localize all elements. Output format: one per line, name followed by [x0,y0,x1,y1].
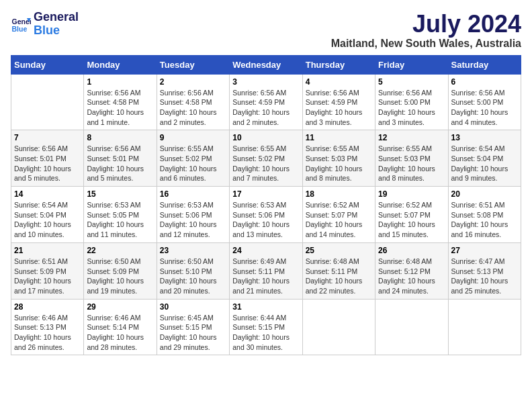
calendar-cell: 13Sunrise: 6:54 AMSunset: 5:04 PMDayligh… [448,130,521,187]
day-number: 11 [306,133,372,142]
day-info: Sunrise: 6:53 AMSunset: 5:06 PMDaylight:… [232,200,299,240]
logo: General Blue General Blue [11,11,79,38]
calendar-cell: 21Sunrise: 6:51 AMSunset: 5:09 PMDayligh… [11,242,84,299]
day-info: Sunrise: 6:53 AMSunset: 5:06 PMDaylight:… [160,200,226,240]
calendar-week-1: 1Sunrise: 6:56 AMSunset: 4:58 PMDaylight… [11,74,521,130]
day-info: Sunrise: 6:56 AMSunset: 4:58 PMDaylight:… [87,88,153,128]
day-info: Sunrise: 6:54 AMSunset: 5:04 PMDaylight:… [451,144,518,183]
calendar-cell: 4Sunrise: 6:56 AMSunset: 4:59 PMDaylight… [302,74,375,130]
day-number: 8 [87,133,153,142]
calendar-cell: 29Sunrise: 6:46 AMSunset: 5:14 PMDayligh… [84,299,157,355]
logo-general: General [34,11,79,24]
calendar-cell: 7Sunrise: 6:56 AMSunset: 5:01 PMDaylight… [11,130,84,187]
calendar-cell [375,299,448,355]
calendar-cell: 24Sunrise: 6:49 AMSunset: 5:11 PMDayligh… [230,242,302,299]
day-header-friday: Friday [375,55,448,74]
day-info: Sunrise: 6:48 AMSunset: 5:12 PMDaylight:… [378,257,445,296]
calendar-week-4: 21Sunrise: 6:51 AMSunset: 5:09 PMDayligh… [11,242,521,299]
day-info: Sunrise: 6:46 AMSunset: 5:14 PMDaylight:… [87,313,153,353]
day-number: 23 [160,246,226,255]
day-number: 27 [451,246,518,255]
day-number: 24 [232,246,299,255]
day-info: Sunrise: 6:56 AMSunset: 4:59 PMDaylight:… [232,88,299,128]
day-number: 22 [87,246,153,255]
day-info: Sunrise: 6:50 AMSunset: 5:10 PMDaylight:… [160,257,226,296]
month-year: July 2024 [331,11,521,38]
day-number: 14 [14,189,81,199]
day-info: Sunrise: 6:46 AMSunset: 5:13 PMDaylight:… [14,313,81,353]
calendar-cell: 10Sunrise: 6:55 AMSunset: 5:02 PMDayligh… [230,130,302,187]
day-number: 31 [232,302,299,312]
day-info: Sunrise: 6:51 AMSunset: 5:09 PMDaylight:… [14,257,81,296]
day-number: 28 [14,302,81,312]
day-header-saturday: Saturday [448,55,521,74]
day-info: Sunrise: 6:56 AMSunset: 4:59 PMDaylight:… [306,88,372,128]
day-number: 15 [87,189,153,199]
calendar-cell [448,299,521,355]
calendar-table: SundayMondayTuesdayWednesdayThursdayFrid… [11,55,521,356]
day-info: Sunrise: 6:48 AMSunset: 5:11 PMDaylight:… [306,257,372,296]
day-info: Sunrise: 6:55 AMSunset: 5:02 PMDaylight:… [232,144,299,183]
day-header-tuesday: Tuesday [157,55,229,74]
day-number: 20 [451,189,518,199]
calendar-cell: 8Sunrise: 6:56 AMSunset: 5:01 PMDaylight… [84,130,157,187]
day-number: 19 [378,189,445,199]
calendar-cell: 12Sunrise: 6:55 AMSunset: 5:03 PMDayligh… [375,130,448,187]
day-info: Sunrise: 6:56 AMSunset: 4:58 PMDaylight:… [160,88,226,128]
calendar-cell: 18Sunrise: 6:52 AMSunset: 5:07 PMDayligh… [302,187,375,243]
day-info: Sunrise: 6:55 AMSunset: 5:03 PMDaylight:… [306,144,372,183]
day-number: 17 [232,189,299,199]
day-info: Sunrise: 6:49 AMSunset: 5:11 PMDaylight:… [232,257,299,296]
calendar-cell: 15Sunrise: 6:53 AMSunset: 5:05 PMDayligh… [84,187,157,243]
day-number: 30 [160,302,226,312]
day-info: Sunrise: 6:51 AMSunset: 5:08 PMDaylight:… [451,200,518,240]
calendar-header-row: SundayMondayTuesdayWednesdayThursdayFrid… [11,55,521,74]
page-header: General Blue General Blue July 2024 Mait… [11,11,521,50]
day-info: Sunrise: 6:50 AMSunset: 5:09 PMDaylight:… [87,257,153,296]
calendar-cell: 30Sunrise: 6:45 AMSunset: 5:15 PMDayligh… [157,299,229,355]
calendar-cell [11,74,84,130]
day-info: Sunrise: 6:52 AMSunset: 5:07 PMDaylight:… [306,200,372,240]
day-info: Sunrise: 6:54 AMSunset: 5:04 PMDaylight:… [14,200,81,240]
day-info: Sunrise: 6:55 AMSunset: 5:02 PMDaylight:… [160,144,226,183]
day-info: Sunrise: 6:56 AMSunset: 5:01 PMDaylight:… [87,144,153,183]
day-info: Sunrise: 6:52 AMSunset: 5:07 PMDaylight:… [378,200,445,240]
logo-icon: General Blue [11,14,31,34]
day-info: Sunrise: 6:44 AMSunset: 5:15 PMDaylight:… [232,313,299,353]
calendar-cell: 27Sunrise: 6:47 AMSunset: 5:13 PMDayligh… [448,242,521,299]
day-header-sunday: Sunday [11,55,84,74]
day-header-thursday: Thursday [302,55,375,74]
calendar-cell: 16Sunrise: 6:53 AMSunset: 5:06 PMDayligh… [157,187,229,243]
day-info: Sunrise: 6:55 AMSunset: 5:03 PMDaylight:… [378,144,445,183]
calendar-cell: 2Sunrise: 6:56 AMSunset: 4:58 PMDaylight… [157,74,229,130]
calendar-cell: 31Sunrise: 6:44 AMSunset: 5:15 PMDayligh… [230,299,302,355]
day-number: 29 [87,302,153,312]
calendar-cell: 9Sunrise: 6:55 AMSunset: 5:02 PMDaylight… [157,130,229,187]
day-number: 3 [232,77,299,87]
calendar-week-3: 14Sunrise: 6:54 AMSunset: 5:04 PMDayligh… [11,187,521,243]
day-header-monday: Monday [84,55,157,74]
day-info: Sunrise: 6:56 AMSunset: 5:01 PMDaylight:… [14,144,81,183]
calendar-cell [302,299,375,355]
calendar-cell: 25Sunrise: 6:48 AMSunset: 5:11 PMDayligh… [302,242,375,299]
day-info: Sunrise: 6:53 AMSunset: 5:05 PMDaylight:… [87,200,153,240]
day-number: 4 [306,77,372,87]
day-number: 6 [451,77,518,87]
day-number: 25 [306,246,372,255]
calendar-cell: 3Sunrise: 6:56 AMSunset: 4:59 PMDaylight… [230,74,302,130]
calendar-cell: 14Sunrise: 6:54 AMSunset: 5:04 PMDayligh… [11,187,84,243]
location: Maitland, New South Wales, Australia [331,38,521,50]
calendar-cell: 5Sunrise: 6:56 AMSunset: 5:00 PMDaylight… [375,74,448,130]
calendar-cell: 1Sunrise: 6:56 AMSunset: 4:58 PMDaylight… [84,74,157,130]
day-number: 9 [160,133,226,142]
day-info: Sunrise: 6:47 AMSunset: 5:13 PMDaylight:… [451,257,518,296]
calendar-cell: 6Sunrise: 6:56 AMSunset: 5:00 PMDaylight… [448,74,521,130]
day-number: 7 [14,133,81,142]
day-number: 21 [14,246,81,255]
svg-text:Blue: Blue [12,24,28,32]
calendar-cell: 23Sunrise: 6:50 AMSunset: 5:10 PMDayligh… [157,242,229,299]
calendar-cell: 17Sunrise: 6:53 AMSunset: 5:06 PMDayligh… [230,187,302,243]
calendar-cell: 22Sunrise: 6:50 AMSunset: 5:09 PMDayligh… [84,242,157,299]
title-area: July 2024 Maitland, New South Wales, Aus… [331,11,521,50]
day-info: Sunrise: 6:56 AMSunset: 5:00 PMDaylight:… [451,88,518,128]
